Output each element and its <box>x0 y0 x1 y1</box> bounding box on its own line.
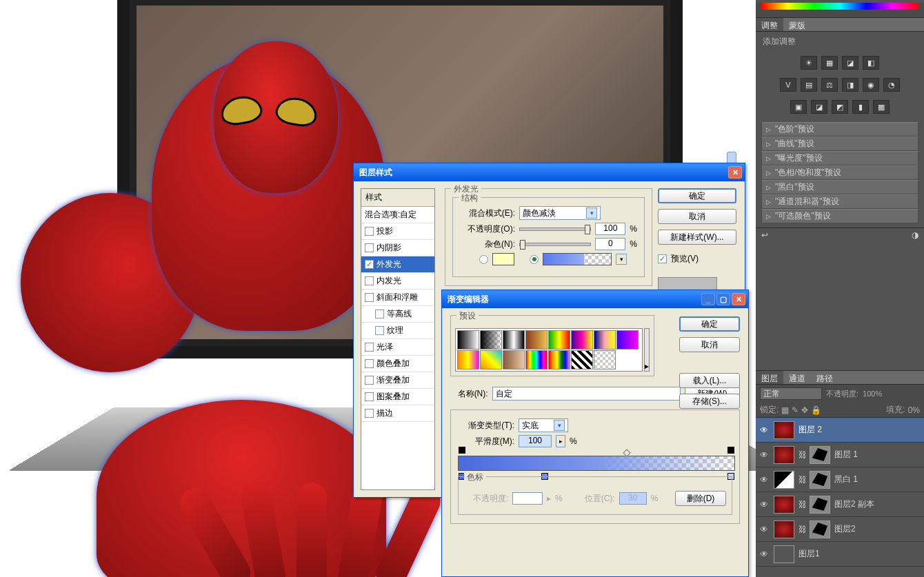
balance-icon[interactable]: ⚖ <box>821 78 838 92</box>
blend-mode-dropdown[interactable]: 颜色减淡▾ <box>519 206 601 220</box>
lock-all-icon[interactable]: 🔒 <box>811 405 821 415</box>
levels-icon[interactable]: ▦ <box>821 56 838 70</box>
gradient-name-input[interactable] <box>492 387 681 401</box>
styles-header[interactable]: 样式 <box>361 189 434 207</box>
close-icon[interactable]: ✕ <box>732 293 745 305</box>
tab-paths[interactable]: 路径 <box>811 371 838 384</box>
layer-row[interactable]: 👁⛓图层 1 <box>756 443 924 467</box>
preset-menu-icon[interactable]: ▸ <box>645 361 649 371</box>
opacity-value[interactable]: 100% <box>863 389 882 398</box>
layer-thumb[interactable] <box>774 421 794 439</box>
maximize-icon[interactable]: ▢ <box>716 293 730 305</box>
visibility-icon[interactable]: 👁 <box>759 525 770 534</box>
new-style-button[interactable]: 新建样式(W)... <box>658 230 736 245</box>
checkbox[interactable] <box>365 343 374 352</box>
preset-item[interactable]: "黑白"预设 <box>761 180 918 194</box>
link-icon[interactable]: ⛓ <box>799 500 805 509</box>
gradient-preset[interactable] <box>457 350 479 370</box>
gradient-preset[interactable] <box>594 350 616 370</box>
glow-opacity-slider[interactable] <box>519 227 591 231</box>
checkbox[interactable] <box>365 409 374 418</box>
blend-mode-select[interactable]: 正常 <box>760 387 822 400</box>
lock-transparent-icon[interactable]: ▦ <box>781 405 789 415</box>
layer-row[interactable]: 👁⛓图层2 副本 <box>756 492 924 517</box>
layer-row[interactable]: 👁⛓黑白 1 <box>756 467 924 492</box>
checkbox[interactable] <box>365 359 374 368</box>
preset-item[interactable]: "色阶"预设 <box>761 122 918 136</box>
checkbox[interactable] <box>375 310 384 318</box>
invert-icon[interactable]: ▣ <box>790 100 807 114</box>
layer-row[interactable]: 👁图层1 <box>756 542 924 567</box>
visibility-icon[interactable]: 👁 <box>759 475 770 485</box>
checkbox[interactable] <box>365 293 374 302</box>
return-icon[interactable]: ↩ <box>761 230 768 240</box>
gradient-preset[interactable] <box>571 330 593 350</box>
options-icon[interactable]: ◑ <box>912 230 918 240</box>
chevron-down-icon[interactable]: ▾ <box>554 420 565 431</box>
checkbox[interactable] <box>365 276 374 285</box>
curves-icon[interactable]: ◪ <box>842 56 858 70</box>
tab-layers[interactable]: 图层 <box>756 371 783 384</box>
effect-pattern-overlay[interactable]: 图案叠加 <box>361 389 434 405</box>
effect-gradient-overlay[interactable]: 渐变叠加 <box>361 372 434 389</box>
noise-value[interactable]: 0 <box>595 238 625 250</box>
checkbox[interactable] <box>375 326 384 335</box>
visibility-icon[interactable]: 👁 <box>759 425 770 435</box>
glow-gradient-preview[interactable] <box>543 253 612 265</box>
ok-button[interactable]: 确定 <box>679 316 740 332</box>
chevron-down-icon[interactable]: ▾ <box>586 207 597 219</box>
layer-style-titlebar[interactable]: 图层样式 ✕ <box>354 163 745 181</box>
layer-thumb[interactable] <box>774 446 794 464</box>
visibility-icon[interactable]: 👁 <box>759 450 770 460</box>
glow-opacity-value[interactable]: 100 <box>595 223 625 235</box>
posterize-icon[interactable]: ◪ <box>811 100 827 114</box>
link-icon[interactable]: ⛓ <box>799 475 805 485</box>
link-icon[interactable]: ⛓ <box>799 450 805 460</box>
smooth-chevron-icon[interactable]: ▸ <box>556 435 565 447</box>
gradient-preset[interactable] <box>480 330 502 350</box>
layer-row[interactable]: 👁图层 2 <box>756 418 924 443</box>
effect-bevel[interactable]: 斜面和浮雕 <box>361 290 434 306</box>
mask-thumb[interactable] <box>810 471 830 489</box>
gradient-preset[interactable] <box>594 330 616 350</box>
channel-mixer-icon[interactable]: ◔ <box>883 78 900 92</box>
gradient-editor-titlebar[interactable]: 渐变编辑器 _ ▢ ✕ <box>442 290 748 308</box>
grad-type-select[interactable]: 实底▾ <box>519 418 568 432</box>
gradient-preset[interactable] <box>616 330 639 350</box>
layer-thumb[interactable] <box>774 496 794 514</box>
gradient-preset[interactable] <box>525 330 548 350</box>
position-input[interactable]: 30 <box>619 492 647 505</box>
layer-thumb[interactable] <box>774 520 794 538</box>
effect-inner-shadow[interactable]: 内阴影 <box>361 240 434 256</box>
exposure-icon[interactable]: ◧ <box>863 56 879 70</box>
selective-color-icon[interactable]: ▩ <box>873 100 890 114</box>
gradient-preset[interactable] <box>548 350 570 370</box>
layer-thumb[interactable] <box>774 545 794 563</box>
cancel-button[interactable]: 取消 <box>679 337 740 352</box>
effect-drop-shadow[interactable]: 投影 <box>361 223 434 240</box>
fill-value[interactable]: 0% <box>908 405 920 415</box>
mask-thumb[interactable] <box>810 446 830 464</box>
tab-adjustments[interactable]: 调整 <box>756 18 783 31</box>
brightness-icon[interactable]: ☀ <box>801 56 817 70</box>
effect-texture[interactable]: 纹理 <box>361 323 434 339</box>
layer-row[interactable]: 👁⛓图层2 <box>756 517 924 542</box>
threshold-icon[interactable]: ◩ <box>832 100 848 114</box>
gradient-preset[interactable] <box>503 350 525 370</box>
effect-color-overlay[interactable]: 颜色叠加 <box>361 356 434 372</box>
smooth-value[interactable]: 100 <box>519 435 552 447</box>
lock-paint-icon[interactable]: ✎ <box>792 405 799 415</box>
effect-stroke[interactable]: 描边 <box>361 405 434 422</box>
gradient-preset[interactable] <box>480 350 502 370</box>
gradient-chevron-icon[interactable]: ▾ <box>616 254 627 265</box>
checkbox[interactable] <box>365 392 374 401</box>
gradient-radio[interactable] <box>530 255 539 264</box>
gradient-preset[interactable] <box>525 350 548 370</box>
cancel-button[interactable]: 取消 <box>658 209 736 224</box>
preset-item[interactable]: "曝光度"预设 <box>761 151 918 165</box>
color-radio[interactable] <box>479 255 488 264</box>
visibility-icon[interactable]: 👁 <box>759 500 770 509</box>
gradient-map-icon[interactable]: ▮ <box>852 100 869 114</box>
noise-slider[interactable] <box>519 243 591 246</box>
delete-stop-button[interactable]: 删除(D) <box>675 491 726 506</box>
